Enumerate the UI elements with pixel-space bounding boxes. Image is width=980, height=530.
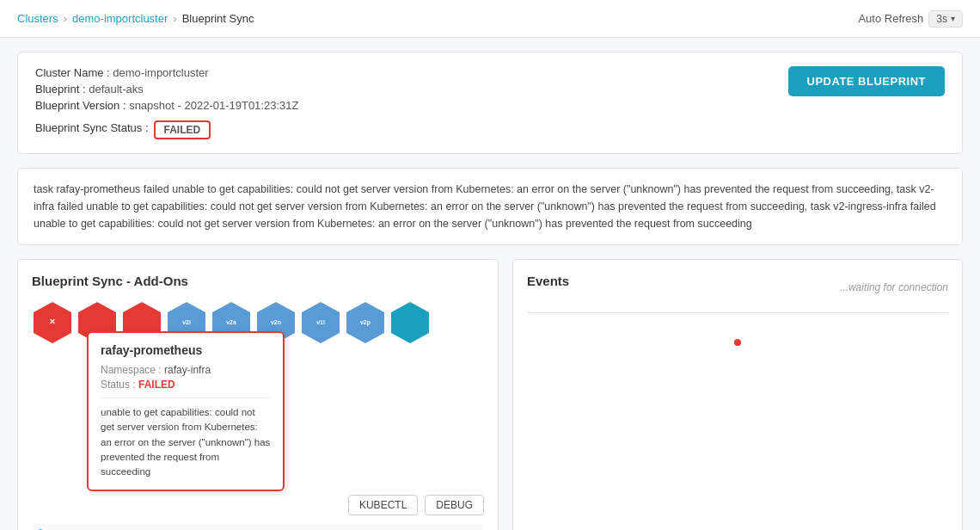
- auto-refresh-badge[interactable]: 3s ▾: [928, 10, 963, 28]
- left-panel: Blueprint Sync - Add-Ons ✕: [17, 259, 499, 530]
- tooltip-status-label: Status :: [101, 379, 136, 391]
- events-header: Events ...waiting for connection: [527, 274, 948, 300]
- addon-tooltip: rafay-prometheus Namespace : rafay-infra…: [87, 331, 285, 491]
- left-panel-title: Blueprint Sync - Add-Ons: [32, 274, 484, 288]
- update-blueprint-button[interactable]: UPDATE BLUEPRINT: [788, 66, 945, 96]
- svg-marker-8: [391, 302, 429, 343]
- tooltip-namespace-value: rafay-infra: [164, 364, 211, 376]
- blueprint-label: Blueprint :: [35, 83, 86, 96]
- tooltip-namespace-label: Namespace :: [101, 364, 162, 376]
- separator1: ›: [64, 12, 67, 25]
- tooltip-error-text: unable to get capabilities: could not ge…: [101, 398, 271, 479]
- main-content: Cluster Name : demo-importcluster Bluepr…: [0, 38, 980, 530]
- addons-table: Name Last Updated Deployed In Status Add…: [32, 524, 484, 530]
- kubectl-button[interactable]: KUBECTL: [348, 495, 418, 515]
- current-page: Blueprint Sync: [182, 12, 254, 25]
- breadcrumb: Clusters › demo-importcluster › Blueprin…: [17, 12, 254, 25]
- right-panel: Events ...waiting for connection: [512, 259, 963, 530]
- hex-blue-label-2: v2a: [226, 319, 236, 326]
- table-header-row: Name Last Updated Deployed In Status: [32, 524, 484, 530]
- chevron-down-icon: ▾: [951, 14, 955, 23]
- cluster-name-label: Cluster Name :: [35, 66, 110, 79]
- hex-blue-label-5: v2p: [360, 319, 371, 326]
- events-content: [527, 322, 948, 346]
- hex-teal-1[interactable]: [389, 300, 431, 345]
- table-buttons: KUBECTL DEBUG: [32, 495, 484, 515]
- events-divider: [527, 312, 948, 313]
- error-text: task rafay-prometheus failed unable to g…: [34, 183, 936, 230]
- top-bar: Clusters › demo-importcluster › Blueprin…: [0, 0, 980, 38]
- blueprint-value: default-aks: [89, 83, 144, 96]
- hex-blue-label-4: v1l: [316, 319, 325, 326]
- cluster-name-value: demo-importcluster: [113, 66, 208, 79]
- sync-status-label: Blueprint Sync Status :: [35, 121, 149, 134]
- status-badge: FAILED: [154, 120, 211, 139]
- hex-blue-label-3: v2n: [271, 319, 281, 326]
- table-section: KUBECTL DEBUG Name Last Updated: [32, 495, 484, 530]
- sync-status-row: Blueprint Sync Status : FAILED: [35, 115, 298, 139]
- blueprint-version-row: Blueprint Version : snapshot - 2022-01-1…: [35, 99, 298, 112]
- hex-blue-4[interactable]: v1l: [300, 300, 341, 345]
- hex-blue-5[interactable]: v2p: [345, 300, 386, 345]
- auto-refresh-section: Auto Refresh 3s ▾: [858, 10, 963, 28]
- tooltip-title: rafay-prometheus: [101, 343, 271, 357]
- auto-refresh-label: Auto Refresh: [858, 12, 923, 25]
- blueprint-version-label: Blueprint Version :: [35, 99, 126, 112]
- cluster-link[interactable]: demo-importcluster: [72, 12, 168, 25]
- events-waiting-text: ...waiting for connection: [840, 281, 948, 293]
- separator2: ›: [173, 12, 176, 25]
- debug-button[interactable]: DEBUG: [425, 495, 484, 515]
- right-panel-title: Events: [527, 274, 569, 288]
- blueprint-row: Blueprint : default-aks: [35, 83, 298, 96]
- hex-label-1: ✕: [49, 318, 56, 327]
- col-status-header: Status: [390, 524, 484, 530]
- info-fields: Cluster Name : demo-importcluster Bluepr…: [35, 66, 298, 139]
- two-col-layout: Blueprint Sync - Add-Ons ✕: [17, 259, 963, 530]
- blueprint-version-value: snapshot - 2022-01-19T01:23:31Z: [129, 99, 298, 112]
- col-deployed-in-header: Deployed In: [305, 524, 390, 530]
- col-last-updated-header: Last Updated: [212, 524, 305, 530]
- hex-red-1[interactable]: ✕: [32, 300, 73, 345]
- red-dot-indicator: [734, 339, 741, 346]
- col-name-header: Name: [32, 524, 212, 530]
- info-section: Cluster Name : demo-importcluster Bluepr…: [17, 52, 963, 154]
- tooltip-status-value: FAILED: [138, 379, 175, 391]
- auto-refresh-value: 3s: [936, 13, 947, 25]
- hex-blue-label-1: v2i: [182, 319, 191, 326]
- clusters-link[interactable]: Clusters: [17, 12, 58, 25]
- tooltip-status: Status : FAILED: [101, 379, 271, 391]
- cluster-name-row: Cluster Name : demo-importcluster: [35, 66, 298, 79]
- tooltip-namespace: Namespace : rafay-infra: [101, 364, 271, 376]
- error-box: task rafay-prometheus failed unable to g…: [17, 168, 963, 245]
